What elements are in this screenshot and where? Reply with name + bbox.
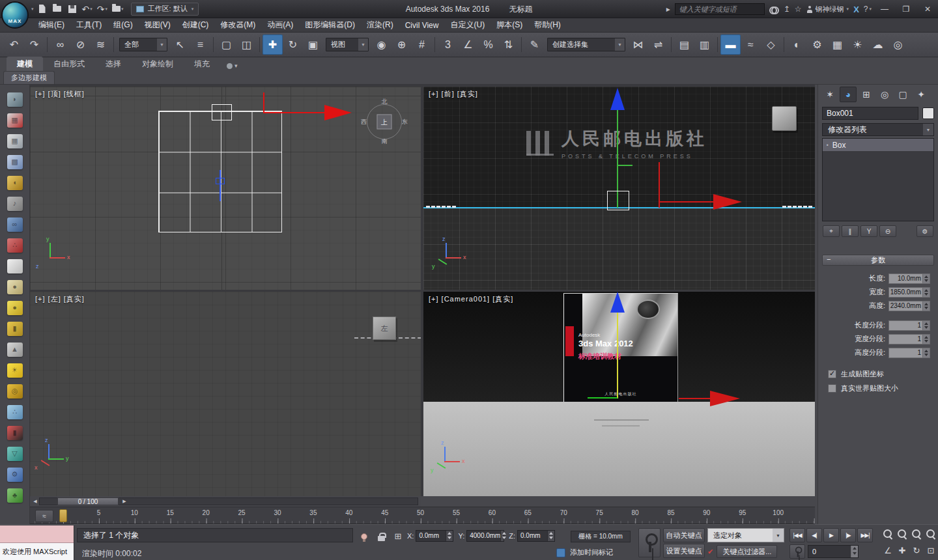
listener-macro-row[interactable] [0,525,74,543]
render-setup-icon[interactable]: ⚙ [807,35,827,55]
hierarchy-tab-icon[interactable]: ⊞ [858,87,875,102]
light-tool-icon[interactable]: ☀ [5,362,25,378]
maximize-viewport-button[interactable]: ⊡ [924,542,938,558]
angle-snap-icon[interactable]: ∠ [458,35,478,55]
redo-caret-icon[interactable]: ▾ [106,7,108,12]
gizmo-x-arrow[interactable] [713,194,742,210]
time-tag-area[interactable]: 添加时间标记 [556,548,613,557]
use-pivot-center-icon[interactable]: ◉ [371,35,391,55]
viewcube[interactable] [772,106,797,131]
utilities-tab-icon[interactable]: ✦ [913,87,930,102]
configure-modifier-sets-button[interactable]: ⚙ [917,225,933,237]
previous-frame-arrow[interactable]: ◀ [31,497,40,505]
undo-icon[interactable]: ↶ [4,35,24,55]
menu-item[interactable]: 编辑(E) [33,18,70,33]
viewport-camera-label[interactable]: [+] [Camera001] [真实] [429,294,513,304]
reference-coordinate-dropdown[interactable]: 视图 ▼ [326,38,369,51]
param-field[interactable]: 1 [888,348,930,358]
show-end-result-button[interactable]: ∥ [842,225,859,237]
gizmo-z-axis[interactable] [617,311,618,399]
maxscript-mini-listener[interactable]: 欢迎使用 MAXScript [0,525,74,560]
bind-to-space-warp-icon[interactable]: ≋ [91,35,111,55]
ribbon-tab[interactable]: 选择 [95,57,132,72]
table-tool-icon[interactable]: ▦ [5,133,25,149]
gizmo-x-axis[interactable] [679,398,710,399]
curve-editor-icon[interactable]: ≈ [741,35,761,55]
key-mode-toggle[interactable] [789,544,805,559]
window-crossing-icon[interactable]: ◫ [236,35,257,55]
spinner[interactable] [922,274,930,283]
select-and-rotate-icon[interactable]: ↻ [283,35,303,55]
menu-item[interactable]: 工具(T) [70,18,107,33]
zoom-all-button[interactable] [895,527,909,542]
gizmo-y-axis[interactable] [588,397,618,399]
capsule-tool-icon[interactable]: ▮ [5,425,25,441]
compass-east-label[interactable]: 东 [402,118,408,126]
new-scene-button[interactable] [36,2,49,16]
play-button[interactable]: ▶ [823,528,839,542]
isolate-selection-toggle[interactable] [358,530,371,543]
next-frame-arrow[interactable]: ▶ [120,497,129,505]
minimize-button[interactable]: — [876,1,893,17]
zoom-extents-all-button[interactable] [924,527,938,542]
undo-button[interactable]: ↶▾ [81,2,94,16]
cylinder-tool-icon[interactable]: ▮ [5,320,25,337]
render-last-icon[interactable]: ◎ [888,35,908,55]
pot-tool-icon[interactable]: ◖ [5,175,25,191]
viewcube-top-face[interactable]: 上 [377,115,392,130]
maximize-button[interactable]: ❐ [898,1,915,17]
torus-tool-icon[interactable]: ◎ [5,383,25,399]
select-object-icon[interactable]: ↖ [170,35,190,55]
gizmo-x-arrow[interactable] [324,105,352,120]
select-and-manipulate-icon[interactable]: ⊕ [391,35,412,55]
cone-tool-icon[interactable]: ▲ [5,341,25,357]
select-and-link-icon[interactable]: ∞ [50,35,70,55]
spinner[interactable] [500,531,504,541]
spinner[interactable] [851,546,858,557]
checkbox[interactable] [828,384,836,393]
mirror-icon[interactable]: ⋈ [628,35,648,55]
unlink-selection-icon[interactable]: ⊘ [70,35,91,55]
param-field[interactable]: 1 [888,320,930,331]
menu-item[interactable]: 动画(A) [261,18,299,33]
compass-south-label[interactable]: 南 [382,137,388,146]
real-world-map-size-checkbox[interactable]: 真实世界贴图大小 [828,381,928,395]
infocenter-arrow-icon[interactable]: ▸ [666,5,670,14]
spray-tool-icon[interactable]: ∴ [5,404,25,420]
project-folder-caret-icon[interactable]: ▾ [121,7,124,12]
redo-button[interactable]: ↷▾ [96,2,109,16]
audio-tool-icon[interactable]: ♪ [5,195,25,212]
gizmo-x-axis[interactable] [660,201,713,203]
next-frame-button[interactable]: |▶ [840,528,856,542]
generate-mapping-coords-checkbox[interactable]: 生成贴图坐标 [828,367,928,381]
orbit-button[interactable]: ↻ [909,542,924,558]
viewport-front-label[interactable]: [+] [前] [真实] [429,89,478,99]
polygon-modeling-panel-tab[interactable]: 多边形建模 [3,71,55,84]
make-unique-button[interactable]: Y [860,225,877,237]
ribbon-options-icon[interactable]: ▾ [221,63,243,72]
viewport-top[interactable]: [+] [顶] [线框] 北 南 西 东 上 y x [30,87,421,290]
selection-filter-dropdown[interactable]: 全部 ▼ [119,38,167,51]
select-by-name-icon[interactable]: ≡ [190,35,210,55]
menu-item[interactable]: 视图(V) [139,18,177,33]
modify-tab-icon[interactable]: ◕ [840,87,857,102]
spinner[interactable] [446,531,453,541]
viewport-top-label[interactable]: [+] [顶] [线框] [35,89,85,99]
schematic-view-icon[interactable]: ◇ [761,35,781,55]
pan-button[interactable]: ✚ [895,542,909,558]
save-file-button[interactable] [66,2,79,16]
viewport-camera[interactable]: [+] [Camera001] [真实] Autodesk 3ds Max 20… [423,292,815,496]
sign-in-icon[interactable]: ↥ [784,5,790,14]
object-name-field[interactable]: Box001 [822,107,918,120]
fov-button[interactable]: ∠ [881,542,895,558]
param-field[interactable]: 2340.0mm [888,301,930,311]
selection-lock-toggle[interactable] [375,530,388,543]
menu-item[interactable]: 修改器(M) [214,18,261,33]
ribbon-tab[interactable]: 填充 [184,57,220,72]
viewcube-compass[interactable]: 北 南 西 东 上 [362,100,406,144]
undo-caret-icon[interactable]: ▾ [90,7,92,12]
menu-item[interactable]: 帮助(H) [528,18,567,33]
pin-stack-button[interactable]: ⌖ [823,225,840,237]
workspace-selector[interactable]: 工作区: 默认 ▾ [131,3,199,16]
create-tab-icon[interactable]: ✶ [821,87,838,102]
